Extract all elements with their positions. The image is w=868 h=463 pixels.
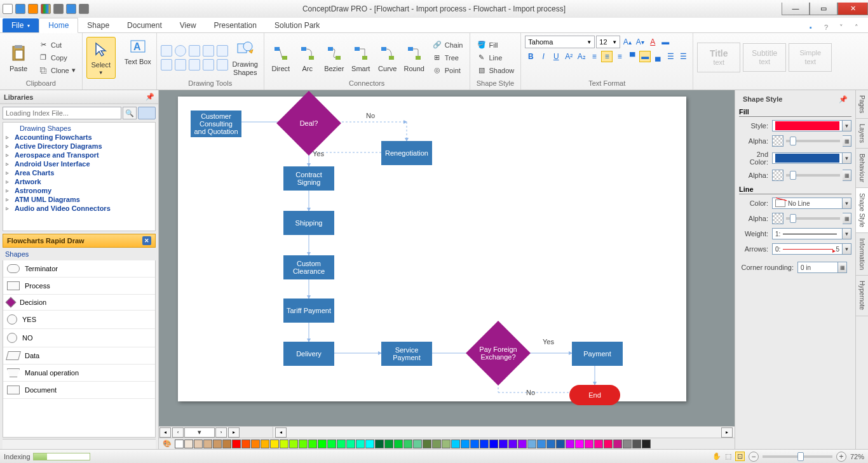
- color-swatch[interactable]: [594, 440, 603, 448]
- subtitle-text-placeholder[interactable]: Subtitletext: [743, 43, 786, 72]
- tool-ellipse[interactable]: [175, 45, 186, 57]
- line-color-field[interactable]: No Line: [772, 198, 843, 209]
- round-connector[interactable]: Round: [402, 37, 427, 79]
- section-flowcharts-rapid-draw[interactable]: Flowcharts Rapid Draw✕: [3, 234, 156, 248]
- align-bot-icon[interactable]: ▄: [652, 51, 663, 62]
- color-swatch[interactable]: [299, 440, 308, 448]
- vtab-hypernote[interactable]: Hypernote: [856, 276, 868, 316]
- select-button[interactable]: Select▼: [86, 37, 116, 79]
- arc-connector[interactable]: Arc: [295, 37, 320, 79]
- smart-connector[interactable]: Smart: [348, 37, 374, 79]
- second-color-dd[interactable]: ▼: [843, 152, 851, 164]
- underline-icon[interactable]: U: [550, 51, 562, 62]
- color-swatch[interactable]: [280, 440, 288, 448]
- tab-shape[interactable]: Shape: [78, 18, 118, 32]
- color-swatch[interactable]: [232, 440, 241, 448]
- library-search-input[interactable]: [3, 107, 121, 119]
- color-swatch[interactable]: [642, 440, 651, 448]
- color-swatch[interactable]: [432, 440, 441, 448]
- align-top-icon[interactable]: ▀: [627, 51, 638, 62]
- tree-item[interactable]: Astronomy: [6, 186, 153, 195]
- color-swatch[interactable]: [318, 440, 327, 448]
- clone-button[interactable]: ⿻Clone ▾: [36, 65, 78, 76]
- align-right-icon[interactable]: ≡: [614, 51, 625, 62]
- tab-solution-park[interactable]: Solution Park: [266, 18, 329, 32]
- vtab-behaviour[interactable]: Behaviour: [856, 149, 868, 188]
- color-swatch[interactable]: [356, 440, 365, 448]
- second-color-field[interactable]: [772, 152, 843, 164]
- node-service[interactable]: Service Payment: [381, 342, 432, 366]
- tree-item[interactable]: Aerospace and Transport: [6, 151, 153, 159]
- color-swatch[interactable]: [222, 440, 231, 448]
- shape-yes[interactable]: YES: [3, 311, 155, 329]
- color-swatch[interactable]: [413, 440, 422, 448]
- copy-button[interactable]: ❐Copy: [36, 52, 78, 64]
- fill-style-field[interactable]: [772, 120, 843, 131]
- qa-icon-2[interactable]: [28, 4, 38, 14]
- title-text-placeholder[interactable]: Titletext: [697, 43, 740, 73]
- point-button[interactable]: ◎Point: [430, 65, 466, 76]
- node-tariff[interactable]: Tariff Payment: [283, 299, 334, 323]
- sheet-last[interactable]: ▸: [228, 427, 240, 438]
- corner-rounding-field[interactable]: 0 in: [797, 262, 838, 273]
- zoom-out-button[interactable]: −: [749, 452, 759, 462]
- bezier-connector[interactable]: Bezier: [322, 37, 347, 79]
- color-swatch[interactable]: [337, 440, 346, 448]
- tool-2[interactable]: [175, 59, 186, 70]
- canvas-scroll[interactable]: Customer Consulting and Quotation Deal? …: [159, 90, 735, 426]
- font-combo[interactable]: Tahoma▼: [525, 36, 595, 48]
- color-swatch[interactable]: [403, 440, 412, 448]
- fill-style-dd[interactable]: ▼: [843, 120, 851, 131]
- file-tab[interactable]: File: [3, 18, 39, 32]
- bullets-icon[interactable]: ☰: [665, 51, 676, 62]
- line-alpha-spinner[interactable]: ▦: [843, 213, 851, 224]
- color-swatch[interactable]: [203, 440, 212, 448]
- color-swatch[interactable]: [346, 440, 355, 448]
- node-payment[interactable]: Payment: [572, 342, 623, 366]
- node-deal[interactable]: Deal?: [276, 91, 341, 156]
- color-swatch[interactable]: [423, 440, 431, 448]
- subscript-icon[interactable]: A₂: [576, 51, 587, 62]
- pin-icon[interactable]: 📌: [146, 93, 154, 101]
- color-swatch[interactable]: [546, 440, 555, 448]
- color-swatch[interactable]: [518, 440, 527, 448]
- color-swatch[interactable]: [451, 440, 460, 448]
- tree-item[interactable]: Artwork: [6, 177, 153, 186]
- qa-icon-4[interactable]: [53, 4, 64, 14]
- direct-connector[interactable]: Direct: [268, 37, 294, 79]
- shape-data[interactable]: Data: [3, 347, 155, 365]
- help-icon[interactable]: ?: [821, 22, 831, 32]
- color-swatch[interactable]: [194, 440, 203, 448]
- color-swatch[interactable]: [213, 440, 222, 448]
- font-color-icon[interactable]: A: [647, 36, 658, 48]
- numbers-icon[interactable]: ☰: [677, 51, 689, 62]
- tool-5[interactable]: [217, 59, 228, 70]
- paste-button[interactable]: Paste: [4, 37, 33, 79]
- color-swatch[interactable]: [499, 440, 508, 448]
- tool-1[interactable]: [161, 59, 172, 70]
- line-weight-field[interactable]: 1:: [772, 228, 843, 239]
- cut-button[interactable]: ✂Cut: [36, 39, 78, 51]
- arrows-dd[interactable]: ▼: [843, 243, 851, 255]
- color-swatch[interactable]: [251, 440, 260, 448]
- color-swatch[interactable]: [442, 440, 451, 448]
- color-swatch[interactable]: [365, 440, 374, 448]
- tool-rect[interactable]: [161, 45, 172, 57]
- tree-item[interactable]: Drawing Shapes: [6, 124, 153, 133]
- sheet-next[interactable]: ›: [215, 427, 227, 438]
- sheet-first[interactable]: ◂: [159, 427, 171, 438]
- size-combo[interactable]: 12▼: [596, 36, 620, 48]
- arrows-field[interactable]: 0:▸5: [772, 243, 843, 255]
- view-toggle-button[interactable]: [138, 107, 156, 119]
- bold-icon[interactable]: B: [525, 51, 536, 62]
- shape-decision[interactable]: Decision: [3, 295, 155, 311]
- shape-document[interactable]: Document: [3, 382, 155, 399]
- fill-alpha-slider[interactable]: [786, 140, 840, 142]
- tool-3[interactable]: [189, 59, 200, 70]
- vtab-shape-style[interactable]: Shape Style: [856, 188, 868, 233]
- shape-terminator[interactable]: Terminator: [3, 260, 155, 278]
- color-swatch[interactable]: [527, 440, 536, 448]
- node-consult[interactable]: Customer Consulting and Quotation: [191, 111, 241, 137]
- color-swatch[interactable]: [394, 440, 403, 448]
- color-swatch[interactable]: [241, 440, 250, 448]
